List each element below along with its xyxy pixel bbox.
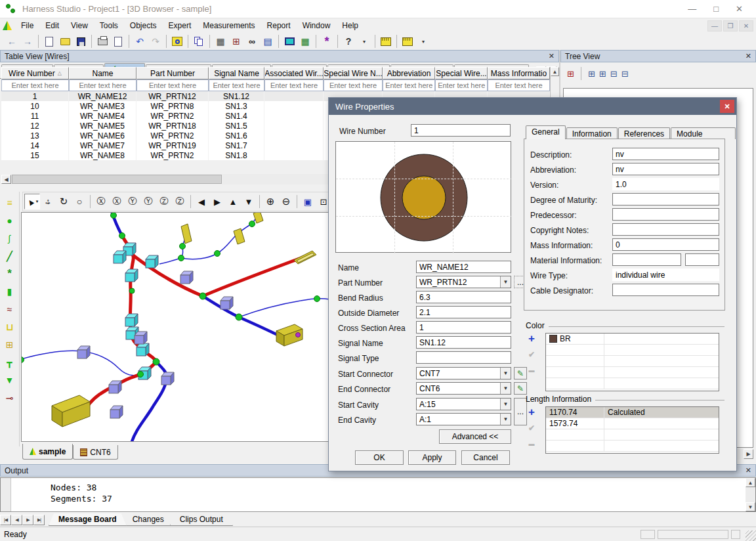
collapse-all-icon[interactable]: ⊟ [621,69,629,79]
terminal-stud-tool-icon[interactable]: ┳ [3,357,16,368]
tab-message-board[interactable]: Message Board [49,513,127,526]
resize-grip[interactable] [746,530,756,541]
tab-module-references[interactable]: Module References [671,127,736,139]
pan-up-icon[interactable]: ▲ [225,194,241,209]
advanced-button[interactable]: Advanced << [439,429,511,444]
part-number-combo[interactable]: WR_PRTN12▼ [416,276,511,288]
color-list-item[interactable]: BR [546,334,719,345]
start-cavity-combo[interactable]: A:15▼ [416,398,511,410]
menu-file[interactable]: File [16,20,39,32]
pan-right-icon[interactable]: ▶ [209,194,225,209]
combo-arrow-icon[interactable]: ▼ [500,276,511,288]
nav-first-icon[interactable]: |◀ [0,515,11,525]
filter-signal-name-input[interactable] [211,81,261,89]
tab-clips-output[interactable]: Clips Output [170,513,233,526]
material-information-input[interactable] [612,253,681,266]
cable-designator-input[interactable] [612,284,719,296]
close-icon[interactable]: ✕ [736,4,743,14]
tree-structure-icon[interactable]: ⊞ [567,69,574,79]
mdi-minimize-icon[interactable]: — [707,20,722,32]
wire-number-input[interactable] [411,124,511,137]
rotate-y-minus-icon[interactable]: Ⓨ [140,194,156,209]
menu-view[interactable]: View [66,20,93,32]
print-preview-icon[interactable] [110,34,126,49]
end-cavity-combo[interactable]: A:1▼ [416,413,511,425]
column-header-special-wire[interactable]: Special Wire... [435,67,488,79]
list-view-icon[interactable]: ▤ [260,34,276,49]
pan-left-icon[interactable]: ◀ [194,194,209,209]
measure-icon[interactable] [378,34,394,49]
dialog-title-bar[interactable]: Wire Properties ✕ [329,98,736,115]
expand-all-icon[interactable]: ⊞ [599,69,606,79]
combo-arrow-icon[interactable]: ▼ [500,368,511,379]
monitor-icon[interactable] [282,34,297,49]
scrollbar-thumb[interactable] [12,175,222,184]
terminal-tool-icon[interactable]: ⊸ [3,392,16,404]
abbreviation-input[interactable] [612,163,719,175]
scroll-up-icon[interactable]: ▲ [746,478,755,487]
column-header-wire-number[interactable]: Wire Number△ [1,67,69,79]
orbit-icon[interactable]: ↻ [56,194,72,209]
nav-prev-icon[interactable]: ◀ [11,515,22,525]
zoom-in-icon[interactable]: ⊕ [262,194,278,209]
help-dropdown-icon[interactable]: ▾ [356,34,372,49]
help-icon[interactable]: ? [341,34,356,49]
zoom-tool-icon[interactable]: ○ [72,194,87,209]
column-header-special-wire-n[interactable]: Special Wire N... [324,67,383,79]
column-header-signal-name[interactable]: Signal Name [209,67,264,79]
collapse-one-icon[interactable]: ⊟ [610,69,618,79]
select-cursor-icon[interactable]: ▲▾ [24,194,40,209]
description-input[interactable] [612,148,719,160]
filter-associated-wire-input[interactable] [268,81,321,89]
filter-abbreviation-input[interactable] [385,81,432,89]
segment-tool-icon[interactable]: ∫ [3,232,16,244]
open-file-icon[interactable] [57,34,73,49]
predecessor-input[interactable] [612,208,719,221]
tab-information[interactable]: Information [566,127,618,139]
name-input[interactable] [416,261,511,273]
signal-name-input[interactable] [416,336,511,349]
search-icon[interactable] [169,34,185,49]
bundle-tool-icon[interactable]: ≡ [3,197,16,209]
menu-expert[interactable]: Expert [163,20,197,32]
redo-icon[interactable]: ↷ [148,34,163,49]
ok-button[interactable]: OK [355,450,404,465]
copyright-notes-input[interactable] [612,223,719,236]
table-view-icon[interactable]: ▦ [213,34,228,49]
length-list[interactable]: 1170.74Calculated 1573.74 [545,406,719,454]
tree-view-close-icon[interactable]: ✕ [746,52,751,60]
tab-sample[interactable]: sample [22,444,73,460]
filter-special-wire-input[interactable] [438,81,485,89]
filter-special-wire-n-input[interactable] [327,81,380,89]
connector-tool-icon[interactable]: ▮ [3,286,16,297]
outside-diameter-input[interactable] [416,306,511,318]
node-tool-icon[interactable]: ● [3,215,16,227]
color-apply-icon[interactable]: ✔ [526,349,537,360]
color-list[interactable]: BR [545,333,719,391]
output-scrollbar[interactable]: ▲ ▼ [746,478,755,511]
menu-report[interactable]: Report [262,20,296,32]
column-header-name[interactable]: Name [69,67,136,79]
column-header-abbreviation[interactable]: Abbreviation [383,67,435,79]
rotate-z-plus-icon[interactable]: Ⓩ [156,194,172,209]
wire-type-input[interactable] [612,269,719,281]
length-list-item[interactable]: 1573.74 [546,418,719,429]
rotate-x-plus-icon[interactable]: Ⓧ [93,194,109,209]
rotate-y-plus-icon[interactable]: Ⓨ [125,194,140,209]
filter-mass-information-input[interactable] [491,81,547,89]
mass-information-input[interactable] [612,238,719,251]
wire-tool-icon[interactable]: ╱ [3,250,16,262]
length-apply-icon[interactable]: ✔ [526,422,537,434]
tab-general[interactable]: General [526,125,566,139]
end-connector-combo[interactable]: CNT6▼ [416,382,511,395]
filter-part-number-input[interactable] [140,81,205,89]
nav-next-icon[interactable]: ▶ [22,515,33,525]
material-information-input-2[interactable] [685,253,719,266]
end-connector-edit-button[interactable]: ✎ [514,382,527,395]
length-list-item[interactable]: 1170.74Calculated [546,407,719,418]
wizard-icon[interactable]: * [319,34,335,49]
start-connector-edit-button[interactable]: ✎ [514,367,527,379]
menu-tools[interactable]: Tools [94,20,123,32]
print-icon[interactable] [94,34,110,49]
menu-edit[interactable]: Edit [40,20,64,32]
